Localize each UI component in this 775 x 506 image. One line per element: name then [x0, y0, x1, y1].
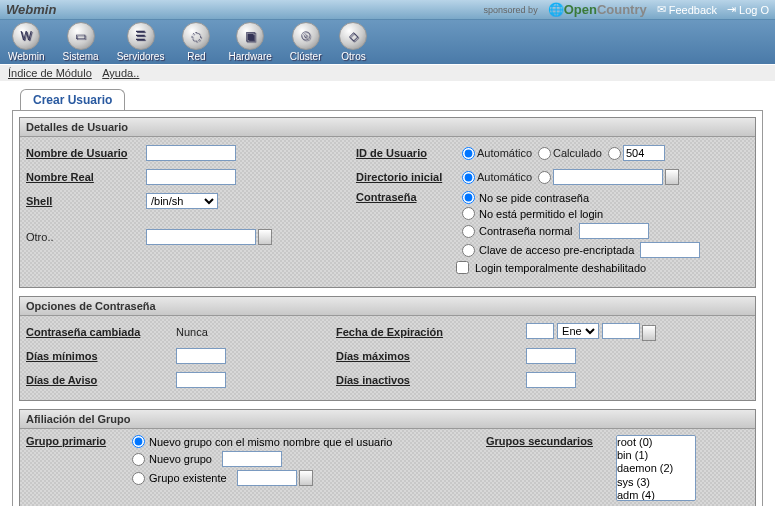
feedback-link[interactable]: ✉ Feedback	[657, 3, 717, 16]
input-dias-max[interactable]	[526, 348, 576, 364]
select-exp-month[interactable]: Ene	[557, 323, 599, 339]
nav-cluster[interactable]: ⦾Clúster	[290, 22, 322, 62]
browse-otro-button[interactable]	[258, 229, 272, 245]
radio-uid-auto[interactable]	[462, 147, 475, 160]
radio-pw-none[interactable]	[462, 191, 475, 204]
nav-sistema[interactable]: ▭Sistema	[63, 22, 99, 62]
input-gp-nuevo[interactable]	[222, 451, 282, 467]
nav-red[interactable]: ◌Red	[182, 22, 210, 62]
label-id-usuario[interactable]: ID de Usuario	[356, 147, 456, 159]
input-pw-normal[interactable]	[579, 223, 649, 239]
radio-gp-nuevo-mismo[interactable]	[132, 435, 145, 448]
sistema-icon: ▭	[67, 22, 95, 50]
section-opciones-title: Opciones de Contraseña	[20, 297, 755, 316]
servidores-icon: ☰	[127, 22, 155, 50]
cluster-icon: ⦾	[292, 22, 320, 50]
radio-pw-normal[interactable]	[462, 225, 475, 238]
breadcrumb-help[interactable]: Ayuda..	[102, 67, 139, 79]
date-picker-button[interactable]	[642, 325, 656, 341]
label-nombre-usuario[interactable]: Nombre de Usuario	[26, 147, 146, 159]
input-home[interactable]	[553, 169, 663, 185]
radio-pw-nologin[interactable]	[462, 207, 475, 220]
label-dias-max[interactable]: Días máximos	[336, 350, 466, 362]
breadcrumb-index[interactable]: Índice de Módulo	[8, 67, 92, 79]
label-dias-aviso[interactable]: Días de Aviso	[26, 374, 176, 386]
app-title: Webmin	[6, 2, 56, 17]
label-dias-inact[interactable]: Días inactivos	[336, 374, 466, 386]
label-fecha-exp[interactable]: Fecha de Expiración	[336, 326, 466, 338]
red-icon: ◌	[182, 22, 210, 50]
label-otro: Otro..	[26, 231, 76, 243]
radio-home-manual[interactable]	[538, 171, 551, 184]
sponsor-label: sponsored by	[484, 5, 538, 15]
radio-uid-calc[interactable]	[538, 147, 551, 160]
select-grupos-sec[interactable]: root (0)bin (1)daemon (2)sys (3)adm (4)	[616, 435, 696, 501]
nav-servidores[interactable]: ☰Servidores	[117, 22, 165, 62]
input-uid[interactable]	[623, 145, 665, 161]
label-pw-cambiada[interactable]: Contraseña cambiada	[26, 326, 176, 338]
label-dias-min[interactable]: Días mínimos	[26, 350, 176, 362]
input-nombre-usuario[interactable]	[146, 145, 236, 161]
check-pw-temp[interactable]	[456, 261, 469, 274]
label-nombre-real[interactable]: Nombre Real	[26, 171, 146, 183]
browse-home-button[interactable]	[665, 169, 679, 185]
nav-webmin[interactable]: WWebmin	[8, 22, 45, 62]
webmin-icon: W	[12, 22, 40, 50]
input-gp-existente[interactable]	[237, 470, 297, 486]
input-dias-inact[interactable]	[526, 372, 576, 388]
logout-link[interactable]: ⇥ Log O	[727, 3, 769, 16]
label-grupos-sec[interactable]: Grupos secundarios	[486, 435, 616, 501]
label-grupo-primario[interactable]: Grupo primario	[26, 435, 126, 501]
nav-otros[interactable]: ◇Otros	[339, 22, 367, 62]
radio-home-auto[interactable]	[462, 171, 475, 184]
radio-pw-pre[interactable]	[462, 244, 475, 257]
input-otro[interactable]	[146, 229, 256, 245]
otros-icon: ◇	[339, 22, 367, 50]
breadcrumb: Índice de Módulo Ayuda..	[0, 64, 775, 81]
nav-hardware[interactable]: ▣Hardware	[228, 22, 271, 62]
input-dias-aviso[interactable]	[176, 372, 226, 388]
radio-gp-nuevo[interactable]	[132, 453, 145, 466]
browse-gp-button[interactable]	[299, 470, 313, 486]
input-exp-year[interactable]	[602, 323, 640, 339]
select-shell[interactable]: /bin/sh	[146, 193, 218, 209]
input-exp-day[interactable]	[526, 323, 554, 339]
label-dir-inicial[interactable]: Directorio inicial	[356, 171, 456, 183]
label-contrasena[interactable]: Contraseña	[356, 191, 456, 203]
input-dias-min[interactable]	[176, 348, 226, 364]
section-afiliacion-title: Afiliación del Grupo	[20, 410, 755, 429]
value-nunca: Nunca	[176, 326, 208, 338]
section-detalles-title: Detalles de Usuario	[20, 118, 755, 137]
main-iconbar: WWebmin ▭Sistema ☰Servidores ◌Red ▣Hardw…	[0, 20, 775, 64]
radio-uid-manual[interactable]	[608, 147, 621, 160]
input-pw-pre[interactable]	[640, 242, 700, 258]
opencountry-logo: 🌐OpenCountry	[548, 2, 647, 17]
hardware-icon: ▣	[236, 22, 264, 50]
input-nombre-real[interactable]	[146, 169, 236, 185]
label-shell[interactable]: Shell	[26, 195, 146, 207]
radio-gp-existente[interactable]	[132, 472, 145, 485]
tab-crear-usuario[interactable]: Crear Usuario	[20, 89, 125, 110]
